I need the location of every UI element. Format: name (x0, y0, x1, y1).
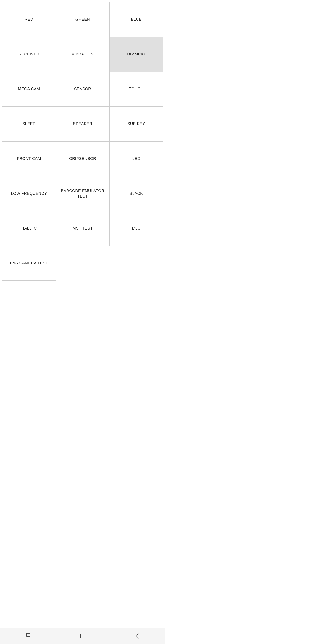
grid-item-label-barcode-emulator-test: BARCODE EMULATOR TEST (58, 188, 107, 199)
svg-rect-0 (25, 634, 29, 637)
grid-item-label-dimming: DIMMING (127, 52, 145, 57)
grid-item-vibration[interactable]: VIBRATION (56, 37, 110, 72)
grid-item-label-vibration: VIBRATION (72, 52, 93, 57)
grid-item-blue[interactable]: BLUE (109, 2, 163, 37)
grid-item-label-touch: TOUCH (129, 86, 143, 92)
svg-rect-1 (26, 633, 30, 636)
grid-item-label-led: LED (132, 156, 140, 162)
svg-rect-2 (80, 634, 85, 638)
grid-item-sensor[interactable]: SENSOR (56, 72, 110, 106)
grid-item-label-low-frequency: LOW FREQUENCY (11, 191, 47, 196)
grid-item-label-sensor: SENSOR (74, 86, 91, 92)
grid-item-green[interactable]: GREEN (56, 2, 110, 37)
grid-item-label-gripsensor: GRIPSENSOR (69, 156, 96, 162)
grid-item-barcode-emulator-test[interactable]: BARCODE EMULATOR TEST (56, 176, 110, 211)
grid-item-mega-cam[interactable]: MEGA CAM (2, 72, 56, 106)
grid-item-label-red: RED (25, 17, 33, 22)
home-button[interactable] (76, 630, 89, 642)
grid-item-label-black: BLACK (130, 191, 143, 196)
grid-item-gripsensor[interactable]: GRIPSENSOR (56, 142, 110, 176)
grid-item-label-sleep: SLEEP (22, 121, 36, 126)
grid-item-speaker[interactable]: SPEAKER (56, 106, 110, 142)
grid-item-touch[interactable]: TOUCH (109, 72, 163, 106)
grid-item-label-speaker: SPEAKER (73, 121, 92, 126)
grid-item-label-hall-ic: HALL IC (21, 226, 37, 231)
grid-item-red[interactable]: RED (2, 2, 56, 37)
grid-item-label-receiver: RECEIVER (18, 52, 39, 57)
grid-item-label-mst-test: MST TEST (73, 226, 93, 231)
grid-item-hall-ic[interactable]: HALL IC (2, 211, 56, 246)
back-button[interactable] (131, 630, 144, 642)
grid-item-mst-test[interactable]: MST TEST (56, 211, 110, 246)
grid-item-led[interactable]: LED (109, 142, 163, 176)
grid-item-label-blue: BLUE (131, 17, 141, 22)
grid-item-label-iris-camera-test: IRIS CAMERA TEST (10, 260, 48, 266)
grid-item-label-mega-cam: MEGA CAM (18, 86, 40, 92)
grid-item-label-sub-key: SUB KEY (127, 121, 145, 126)
grid-item-black[interactable]: BLACK (109, 176, 163, 211)
grid-item-iris-camera-test[interactable]: IRIS CAMERA TEST (2, 246, 56, 281)
grid-item-sub-key[interactable]: SUB KEY (109, 106, 163, 142)
grid-item-label-green: GREEN (75, 17, 90, 22)
bottom-navigation (0, 628, 165, 644)
grid-item-mlc[interactable]: MLC (109, 211, 163, 246)
grid-item-dimming[interactable]: DIMMING (109, 37, 163, 72)
test-grid: REDGREENBLUERECEIVERVIBRATIONDIMMINGMEGA… (0, 0, 165, 298)
grid-item-front-cam[interactable]: FRONT CAM (2, 142, 56, 176)
grid-item-label-mlc: MLC (132, 226, 141, 231)
grid-item-label-front-cam: FRONT CAM (17, 156, 41, 162)
recents-button[interactable] (21, 630, 34, 642)
grid-item-low-frequency[interactable]: LOW FREQUENCY (2, 176, 56, 211)
grid-item-sleep[interactable]: SLEEP (2, 106, 56, 142)
grid-item-receiver[interactable]: RECEIVER (2, 37, 56, 72)
